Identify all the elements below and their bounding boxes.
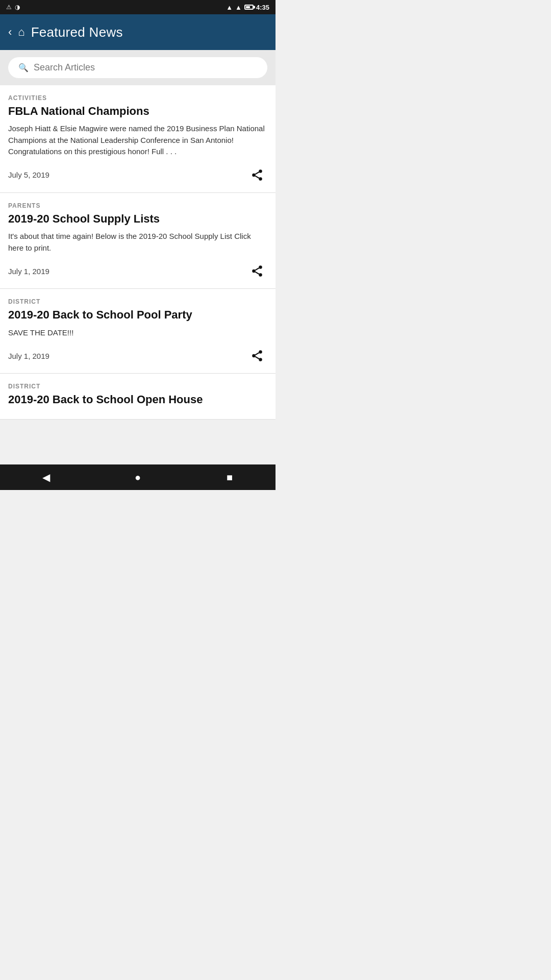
nav-home-button[interactable]: ●	[125, 464, 151, 490]
time-display: 4:35	[256, 4, 269, 11]
svg-point-12	[259, 358, 262, 362]
news-title: 2019-20 Back to School Open House	[8, 393, 267, 406]
battery-container	[244, 4, 254, 11]
list-item[interactable]: DISTRICT 2019-20 Back to School Open Hou…	[0, 374, 276, 419]
list-item[interactable]: ACTIVITIES FBLA National Champions Josep…	[0, 85, 276, 193]
warning-icon: ⚠	[6, 4, 12, 11]
nav-recents-button[interactable]: ■	[217, 464, 242, 490]
share-icon	[251, 168, 264, 182]
news-excerpt: Joseph Hiatt & Elsie Magwire were named …	[8, 123, 267, 158]
svg-point-11	[252, 354, 256, 358]
news-excerpt: SAVE THE DATE!!!	[8, 327, 267, 339]
svg-line-9	[255, 268, 259, 270]
list-item[interactable]: PARENTS 2019-20 School Supply Lists It's…	[0, 193, 276, 289]
svg-point-2	[259, 177, 262, 181]
svg-line-14	[255, 353, 259, 355]
search-input[interactable]	[34, 62, 257, 73]
news-footer: July 1, 2019	[8, 261, 267, 281]
svg-point-6	[252, 270, 256, 273]
news-date: July 1, 2019	[8, 267, 49, 276]
list-item[interactable]: DISTRICT 2019-20 Back to School Pool Par…	[0, 289, 276, 374]
bottom-navigation: ◀ ● ■	[0, 464, 276, 490]
nav-back-button[interactable]: ◀	[33, 464, 59, 490]
signal-icon: ▲	[235, 4, 242, 11]
news-footer: July 5, 2019	[8, 165, 267, 185]
share-button[interactable]	[247, 261, 267, 281]
news-category: DISTRICT	[8, 298, 267, 305]
news-date: July 1, 2019	[8, 352, 49, 360]
status-left: ⚠ ◑	[6, 4, 20, 11]
svg-line-13	[255, 357, 259, 359]
news-title: 2019-20 Back to School Pool Party	[8, 308, 267, 322]
news-list: ACTIVITIES FBLA National Champions Josep…	[0, 85, 276, 471]
news-title: 2019-20 School Supply Lists	[8, 212, 267, 226]
share-button[interactable]	[247, 165, 267, 185]
status-bar: ⚠ ◑ ▲ ▲ 4:35	[0, 0, 276, 14]
svg-line-3	[255, 176, 259, 178]
news-footer: July 1, 2019	[8, 346, 267, 366]
svg-line-4	[255, 172, 259, 174]
news-title: FBLA National Champions	[8, 105, 267, 118]
search-container: 🔍	[0, 50, 276, 85]
app-header: ‹ ⌂ Featured News	[0, 14, 276, 50]
wifi-icon: ▲	[226, 4, 233, 11]
home-button[interactable]: ⌂	[18, 26, 24, 39]
news-date: July 5, 2019	[8, 170, 49, 179]
search-bar[interactable]: 🔍	[8, 57, 267, 78]
svg-point-0	[259, 169, 262, 173]
news-excerpt: It's about that time again! Below is the…	[8, 231, 267, 254]
share-icon	[251, 264, 264, 278]
page-title: Featured News	[31, 24, 123, 40]
svg-point-7	[259, 274, 262, 277]
search-icon: 🔍	[18, 63, 29, 72]
status-right: ▲ ▲ 4:35	[226, 4, 269, 11]
clock-icon: ◑	[15, 4, 20, 11]
back-button[interactable]: ‹	[8, 26, 12, 39]
svg-line-8	[255, 272, 259, 274]
share-icon	[251, 349, 264, 362]
news-category: ACTIVITIES	[8, 94, 267, 102]
svg-point-1	[252, 174, 256, 177]
svg-point-5	[259, 265, 262, 269]
news-category: PARENTS	[8, 202, 267, 209]
news-category: DISTRICT	[8, 383, 267, 390]
svg-point-10	[259, 350, 262, 354]
share-button[interactable]	[247, 346, 267, 366]
